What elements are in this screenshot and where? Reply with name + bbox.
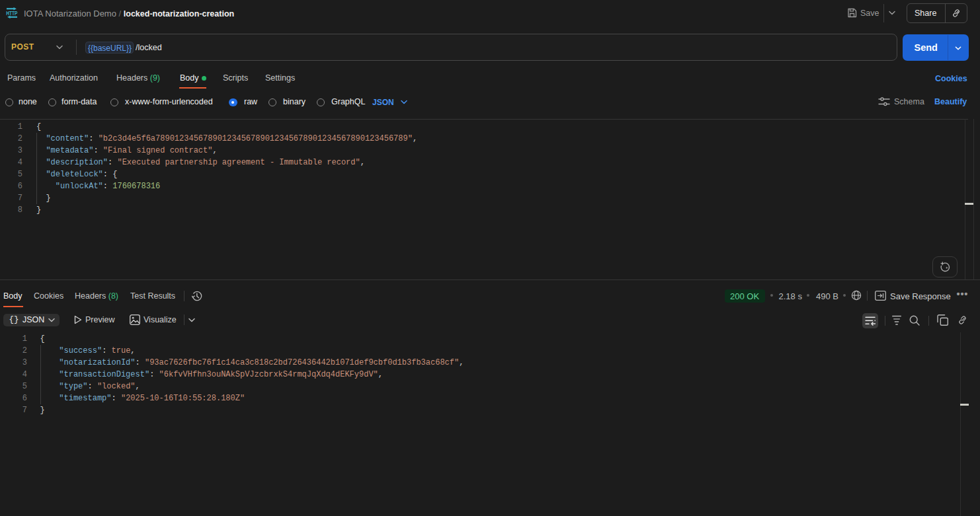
svg-text:HTTP: HTTP bbox=[6, 10, 17, 17]
